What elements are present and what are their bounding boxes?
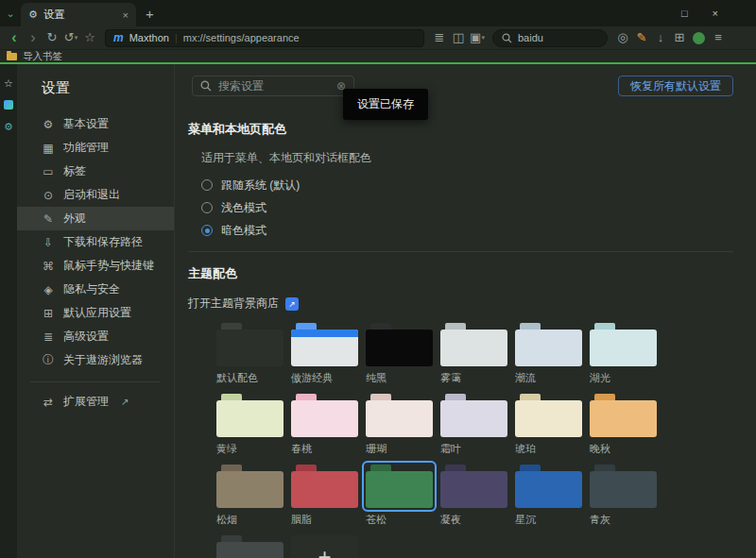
sidebar-item-about-info[interactable]: ⓘ关于遨游浏览器 — [17, 348, 174, 372]
theme-thumbnail — [440, 323, 507, 366]
theme-thumbnail — [440, 394, 507, 437]
screenshot-camera-icon[interactable]: ◎ — [613, 26, 632, 49]
undo-icon[interactable]: ↺▾ — [61, 26, 80, 49]
rail-favorites-star-icon[interactable]: ☆ — [4, 76, 13, 90]
theme-label: 星沉 — [515, 513, 582, 527]
theme-thumbnail — [216, 465, 284, 508]
sidebar-item-basic-settings-gear[interactable]: ⚙基本设置 — [17, 112, 174, 136]
reader-mode-icon[interactable]: ≣ — [430, 26, 449, 49]
download-icon[interactable]: ↓ — [651, 26, 670, 49]
settings-main-panel: 搜索设置 ⊗ 恢复所有默认设置 设置已保存 菜单和本地页配色 适用于菜单、本地页… — [175, 64, 756, 558]
sidebar-item-download-path[interactable]: ⇩下载和保存路径 — [17, 230, 174, 254]
side-rail: ☆ ⚙ — [0, 64, 17, 558]
theme-card[interactable]: 春桃 — [291, 394, 358, 456]
theme-card[interactable]: 苍松 — [366, 465, 433, 527]
sidebar-item-label: 外观 — [63, 211, 86, 227]
theme-section-title: 主题配色 — [188, 265, 733, 282]
sidebar-item-tabs[interactable]: ▭标签 — [17, 160, 174, 183]
maximize-window-icon[interactable]: □ — [681, 8, 688, 19]
theme-thumbnail — [366, 465, 433, 508]
appearance-brush-icon: ✎ — [42, 212, 55, 226]
add-theme-button[interactable]: + — [291, 535, 358, 558]
theme-thumbnail — [515, 323, 582, 366]
theme-card[interactable]: 凝夜 — [440, 465, 507, 527]
quick-search-box[interactable]: baidu — [492, 29, 608, 47]
radio-selected-icon — [201, 225, 213, 236]
notes-icon[interactable]: ✎ — [632, 26, 651, 49]
sidebar-item-label: 高级设置 — [63, 329, 109, 345]
theme-tab-notch — [594, 323, 615, 330]
color-mode-option[interactable]: 跟随系统 (默认) — [201, 174, 733, 196]
theme-store-link[interactable]: 打开主题背景商店 — [188, 296, 279, 312]
page-tools-icon[interactable]: ▣▾ — [468, 26, 487, 49]
sidebar-item-privacy-shield[interactable]: ◈隐私与安全 — [17, 278, 174, 301]
theme-card[interactable]: 黄绿 — [216, 394, 284, 456]
extensions-puzzle-icon[interactable]: ⊞ — [670, 26, 689, 49]
rail-settings-gear-icon[interactable]: ⚙ — [4, 120, 13, 133]
theme-card[interactable]: 潮流 — [515, 323, 582, 385]
profile-avatar[interactable] — [693, 32, 705, 44]
about-info-icon: ⓘ — [42, 352, 55, 368]
default-apps-icon: ⊞ — [42, 307, 55, 320]
theme-card[interactable]: 默认配色 — [216, 323, 284, 385]
browser-menu-caret-icon[interactable]: ⌄ — [0, 0, 21, 26]
tab-settings[interactable]: ⚙ 设置 × — [21, 3, 136, 26]
theme-label: 雾霭 — [440, 371, 507, 385]
theme-store-icon[interactable]: ↗ — [285, 297, 299, 311]
restore-defaults-button[interactable]: 恢复所有默认设置 — [618, 76, 733, 96]
theme-tab-notch — [520, 394, 541, 400]
theme-card[interactable]: 晚秋 — [590, 394, 657, 456]
sidebar-item-advanced-settings[interactable]: ≣高级设置 — [17, 325, 174, 348]
theme-body-swatch — [590, 330, 657, 366]
theme-tab-notch — [445, 323, 466, 330]
theme-body-swatch — [440, 330, 507, 366]
sidebar-item-extensions[interactable]: ⇄ 扩展管理 ↗ — [17, 390, 174, 414]
theme-body-swatch — [590, 400, 657, 437]
theme-card[interactable]: 纯黑 — [366, 323, 433, 385]
theme-card[interactable]: 星沉 — [515, 465, 582, 527]
sidebar-item-default-apps[interactable]: ⊞默认应用设置 — [17, 301, 174, 325]
theme-card[interactable]: 傲游经典 — [291, 323, 358, 385]
import-bookmarks-button[interactable]: 导入书签 — [23, 50, 62, 63]
theme-tab-notch — [594, 394, 615, 400]
sidebar-item-mouse-gesture-shortcut[interactable]: ⌘鼠标手势与快捷键 — [17, 254, 174, 278]
refresh-icon[interactable]: ↻ — [43, 26, 61, 49]
split-screen-icon[interactable]: ◫ — [449, 26, 468, 49]
address-bar[interactable]: m Maxthon | mx://settings/appearance — [105, 29, 424, 47]
sidebar-item-startup-exit-power[interactable]: ⊙启动和退出 — [17, 183, 174, 207]
theme-card[interactable]: 琥珀 — [515, 394, 582, 456]
color-mode-option[interactable]: 暗色模式 — [201, 219, 733, 242]
tab-close-icon[interactable]: × — [123, 9, 129, 21]
tabs-icon: ▭ — [42, 165, 55, 178]
main-menu-icon[interactable]: ≡ — [709, 26, 728, 49]
theme-card[interactable]: 雾霭 — [440, 323, 507, 385]
basic-settings-gear-icon: ⚙ — [42, 118, 55, 131]
theme-card[interactable]: 青灰 — [590, 465, 657, 527]
forward-icon[interactable]: › — [24, 26, 43, 49]
rail-skins-icon[interactable] — [4, 100, 13, 110]
import-bookmarks-folder-icon — [7, 53, 17, 60]
new-tab-button[interactable]: + — [146, 6, 154, 22]
theme-card[interactable]: 暗夜 — [216, 535, 284, 558]
sidebar-item-label: 隐私与安全 — [63, 281, 120, 297]
close-window-icon[interactable]: × — [713, 8, 718, 19]
toolbar: ‹ › ↻ ↺▾ ☆ m Maxthon | mx://settings/app… — [0, 26, 756, 49]
theme-tab-notch — [221, 323, 242, 330]
favorites-star-icon[interactable]: ☆ — [80, 26, 99, 49]
theme-card[interactable]: 松烟 — [216, 465, 284, 527]
theme-card[interactable]: 霜叶 — [440, 394, 507, 456]
sidebar-item-feature-management[interactable]: ▦功能管理 — [17, 136, 174, 160]
theme-label: 霜叶 — [440, 442, 507, 456]
sidebar-item-appearance-brush[interactable]: ✎外观 — [17, 207, 174, 230]
radio-icon — [201, 202, 213, 213]
theme-label: 青灰 — [590, 513, 657, 527]
theme-card[interactable]: 珊瑚 — [366, 394, 433, 456]
color-mode-option[interactable]: 浅色模式 — [201, 196, 733, 219]
external-link-icon: ↗ — [121, 397, 129, 407]
theme-card[interactable]: 胭脂 — [291, 465, 358, 527]
theme-card[interactable]: 湖光 — [590, 323, 657, 385]
theme-tab-notch — [445, 394, 466, 400]
back-icon[interactable]: ‹ — [5, 26, 24, 49]
theme-thumbnail — [216, 535, 284, 558]
settings-search-input[interactable]: 搜索设置 ⊗ — [192, 76, 354, 96]
